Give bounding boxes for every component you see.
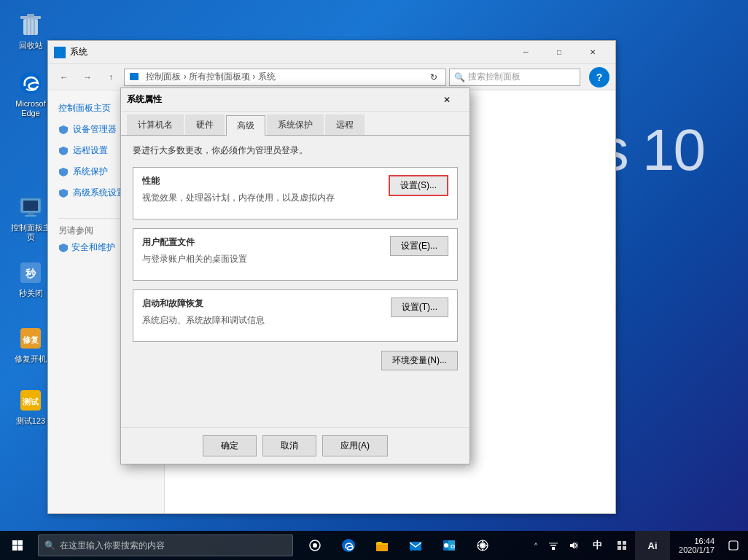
taskbar-search[interactable]: 🔍 在这里输入你要搜索的内容 [38, 534, 293, 556]
shield-icon-3 [58, 167, 69, 177]
edge-taskbar-icon [341, 538, 356, 553]
tray-speaker-icon[interactable] [565, 531, 583, 560]
taskbar-clock[interactable]: 16:44 2020/1/17 [673, 531, 720, 560]
taskbar-search-placeholder: 在这里输入你要搜索的内容 [60, 540, 165, 552]
performance-section: 设置(S)... 性能 视觉效果，处理器计划，内存使用，以及虚拟内存 [133, 167, 458, 219]
mail-icon [408, 538, 423, 553]
clock-time: 16:44 [694, 537, 714, 545]
apply-button[interactable]: 应用(A) [322, 435, 388, 456]
miao-icon: 秒 [16, 258, 45, 287]
user-profiles-section-inner: 设置(E)... 用户配置文件 与登录账户相关的桌面设置 [142, 236, 448, 273]
dialog-titlebar: 系统属性 ✕ [121, 88, 470, 112]
taskbar-edge[interactable] [332, 531, 365, 560]
taskbar-explorer[interactable] [366, 531, 398, 560]
svg-rect-48 [623, 546, 626, 550]
back-button[interactable]: ← [54, 67, 74, 88]
window-controls: ─ □ ✕ [509, 41, 609, 64]
taskbar-items: O [299, 531, 499, 560]
system-toolbar: ← → ↑ 控制面板 › 所有控制面板项 › 系统 ↻ 🔍 搜索控制面板 [48, 64, 615, 90]
search-placeholder: 搜索控制面板 [468, 71, 521, 83]
startup-settings-button[interactable]: 设置(T)... [391, 298, 448, 317]
svg-point-30 [313, 543, 317, 548]
device-manager-label: 设备管理器 [73, 123, 117, 136]
minimize-button[interactable]: ─ [509, 41, 542, 64]
forward-button[interactable]: → [77, 67, 98, 88]
test-label: 测试123 [16, 416, 45, 426]
this-pc-icon [16, 192, 45, 222]
system-window-title: 系统 [70, 46, 509, 58]
tab-computer-name[interactable]: 计算机名 [127, 114, 184, 135]
taskbar-mail[interactable] [400, 531, 432, 560]
user-profiles-settings-button[interactable]: 设置(E)... [390, 236, 448, 256]
edge-label: MicrosofEdge [15, 99, 46, 118]
this-pc-label: 控制面板主页 [10, 223, 51, 242]
help-button[interactable]: ? [589, 67, 609, 88]
ai-input-method[interactable]: Ai [635, 531, 670, 560]
up-button[interactable]: ↑ [101, 67, 121, 88]
system-protection-label: 系统保护 [73, 166, 108, 178]
svg-rect-49 [729, 541, 738, 550]
svg-point-36 [444, 543, 448, 548]
taskbar-settings[interactable] [467, 531, 499, 560]
svg-text:秒: 秒 [25, 268, 36, 279]
svg-rect-20 [130, 73, 139, 80]
address-bar[interactable]: 控制面板 › 所有控制面板项 › 系统 ↻ [124, 69, 446, 86]
refresh-button[interactable]: ↻ [426, 70, 441, 85]
start-button[interactable] [0, 531, 35, 560]
ai-label: Ai [648, 540, 658, 551]
input-method-label: 中 [593, 539, 602, 552]
env-btn-area: 环境变量(N)... [133, 351, 458, 370]
notification-icon [728, 540, 739, 551]
env-variables-button[interactable]: 环境变量(N)... [381, 351, 458, 370]
svg-rect-46 [623, 541, 626, 545]
svg-text:O: O [451, 543, 455, 550]
miao-label: 秒关闭 [19, 289, 43, 298]
system-window-titlebar: 系统 ─ □ ✕ [48, 41, 615, 64]
tab-system-protection[interactable]: 系统保护 [267, 114, 324, 135]
taskbar-task-view[interactable] [299, 531, 331, 560]
svg-rect-28 [18, 546, 23, 551]
grid-icon [617, 540, 627, 551]
close-button[interactable]: ✕ [576, 41, 609, 64]
address-path: 控制面板 › 所有控制面板项 › 系统 [129, 71, 276, 83]
admin-notice: 要进行大多数更改，你必须作为管理员登录。 [133, 144, 458, 157]
dialog-content: 要进行大多数更改，你必须作为管理员登录。 设置(S)... 性能 视觉效果，处理… [121, 136, 470, 427]
svg-rect-41 [552, 547, 555, 550]
svg-rect-17 [55, 49, 63, 54]
dialog-title: 系统属性 [127, 93, 430, 106]
search-icon: 🔍 [454, 72, 465, 82]
tray-network-icon[interactable] [545, 531, 562, 560]
cancel-button[interactable]: 取消 [262, 435, 316, 456]
tab-hardware[interactable]: 硬件 [185, 114, 225, 135]
performance-section-inner: 设置(S)... 性能 视觉效果，处理器计划，内存使用，以及虚拟内存 [142, 175, 448, 211]
svg-rect-25 [12, 540, 17, 545]
taskbar-outlook[interactable]: O [433, 531, 465, 560]
maximize-button[interactable]: □ [542, 41, 576, 64]
startup-recovery-section-inner: 设置(T)... 启动和故障恢复 系统启动、系统故障和调试信息 [142, 298, 448, 334]
dialog-close-button[interactable]: ✕ [430, 89, 464, 111]
tab-advanced[interactable]: 高级 [226, 115, 265, 136]
search-bar[interactable]: 🔍 搜索控制面板 [449, 69, 580, 86]
svg-rect-18 [58, 54, 61, 55]
ime-grid-icon[interactable] [612, 531, 632, 560]
performance-settings-button[interactable]: 设置(S)... [389, 175, 448, 196]
input-method-indicator[interactable]: 中 [585, 531, 609, 560]
tray-chevron[interactable]: ^ [530, 531, 542, 560]
tab-remote[interactable]: 远程 [325, 114, 365, 135]
test-icon: 测试 [16, 386, 45, 415]
explorer-icon [375, 538, 389, 553]
advanced-label: 高级系统设置 [73, 187, 125, 199]
svg-rect-19 [57, 55, 62, 56]
svg-text:修复: 修复 [22, 335, 39, 344]
ok-button[interactable]: 确定 [203, 435, 257, 456]
shield-icon-4 [58, 188, 69, 198]
notification-center-button[interactable] [723, 531, 744, 560]
svg-rect-33 [410, 542, 421, 551]
taskbar-right: ^ 中 [530, 531, 748, 560]
system-props-dialog: 系统属性 ✕ 计算机名 硬件 高级 系统保护 远程 要进行大多数更改，你必须作为… [120, 88, 470, 464]
remote-label: 远程设置 [73, 144, 108, 157]
edge-icon [16, 69, 45, 98]
dialog-tabs: 计算机名 硬件 高级 系统保护 远程 [121, 112, 470, 136]
svg-rect-27 [12, 546, 17, 551]
user-profiles-section: 设置(E)... 用户配置文件 与登录账户相关的桌面设置 [133, 228, 458, 281]
